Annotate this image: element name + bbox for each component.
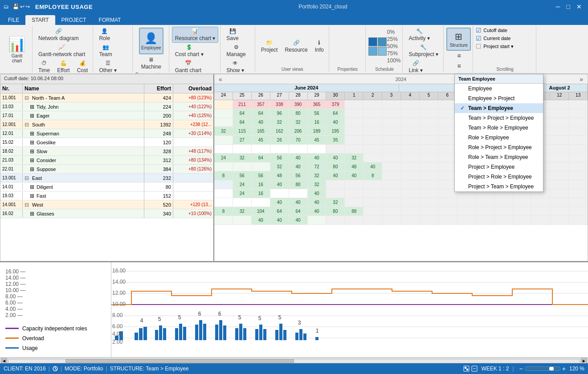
dropdown-item[interactable]: Role > Employee bbox=[455, 133, 543, 142]
employee-btn[interactable]: 👤 Employee bbox=[139, 28, 163, 54]
link-btn[interactable]: 🔗 Link ▾ bbox=[405, 59, 425, 74]
cell-name: ⊞ Eager bbox=[23, 111, 144, 120]
dropdown-item[interactable]: Employee bbox=[455, 84, 543, 94]
dropdown-item[interactable]: Project > Employee bbox=[455, 162, 543, 172]
gantt-chart-btn[interactable]: 📊 Ganttchart bbox=[4, 30, 30, 69]
activity-insert-btn[interactable]: 🔧 Activity ▾ bbox=[405, 27, 433, 43]
resource-chart-btn[interactable]: 📊 Resource chart ▾ bbox=[172, 27, 219, 43]
dropdown-item[interactable]: Role > Team > Employee bbox=[455, 152, 543, 162]
cost-btn[interactable]: 💰 Cost bbox=[74, 59, 91, 74]
toggle-icon[interactable]: ⊟ bbox=[24, 122, 29, 128]
resource-view-btn[interactable]: 🔗 Resource bbox=[282, 38, 310, 54]
show-btn[interactable]: 👁 Show ▾ bbox=[223, 59, 247, 74]
dropdown-item[interactable]: Team > Role > Employee bbox=[455, 123, 543, 133]
grid-row[interactable]: 14.001 ⊟ West 520 +120 (13... bbox=[0, 200, 213, 209]
grid-row[interactable]: 16.02 ⊞ Glasses 340 +10 (100%) bbox=[0, 209, 213, 218]
gantt-network-btn[interactable]: 📈 Gantt-network chart bbox=[35, 43, 88, 59]
nav-left-btn[interactable]: « bbox=[216, 75, 225, 83]
grid-row[interactable]: 17.01 ⊞ Eager 200 +40 (125%) bbox=[0, 111, 213, 120]
toggle-icon[interactable]: ⊟ bbox=[24, 202, 29, 208]
subproject-btn[interactable]: 🔧 Subproject ▾ bbox=[405, 43, 441, 59]
cutoff-date-checkbox[interactable]: ☑ bbox=[476, 27, 482, 34]
schedule-cell-4 bbox=[378, 47, 387, 56]
scrollbar-track[interactable] bbox=[8, 359, 580, 363]
chart-cell bbox=[420, 163, 438, 171]
dropdown-item-label: Role > Employee bbox=[468, 134, 509, 141]
grid-row[interactable]: 22.01 ⊞ Suppose 384 +80 (126%) bbox=[0, 165, 213, 174]
ribbon-group-structure: ⊞ Structure ≡ ≡ bbox=[445, 26, 473, 73]
redo-quick[interactable]: ↪ bbox=[25, 4, 30, 10]
undo-quick[interactable]: ↩ bbox=[20, 4, 24, 10]
save-quick[interactable]: 💾 bbox=[12, 4, 19, 10]
zoom-minus-btn[interactable]: − bbox=[518, 365, 525, 372]
effort-btn[interactable]: 💪 Effort bbox=[54, 59, 73, 74]
minimize-btn[interactable]: ─ bbox=[553, 2, 563, 11]
dropdown-item-label: Project > Team > Employee bbox=[468, 183, 534, 190]
tab-file[interactable]: FILE bbox=[2, 15, 25, 25]
project-view-btn[interactable]: 📁 Project bbox=[258, 38, 281, 54]
grid-row[interactable]: 13.001 ⊟ East 232 bbox=[0, 174, 213, 183]
toggle-icon[interactable]: ⊟ bbox=[24, 175, 29, 181]
dropdown-item[interactable]: Team > Project > Employee bbox=[455, 113, 543, 123]
grid-row[interactable]: 14.01 ⊞ Diligent 80 bbox=[0, 183, 213, 191]
chart-cell bbox=[382, 216, 401, 224]
grid-row[interactable]: 18.02 ⊞ Slow 328 +48 (117%) bbox=[0, 147, 213, 156]
chart-cell bbox=[401, 154, 420, 162]
zoom-plus-btn[interactable]: + bbox=[560, 365, 568, 372]
grid-row[interactable]: 19.03 ⊞ Fast 152 bbox=[0, 191, 213, 200]
dropdown-item[interactable]: Project > Role > Employee bbox=[455, 172, 543, 182]
nav-right-btn[interactable]: » bbox=[577, 75, 586, 83]
grid-row[interactable]: 13.03 ⊞ Tidy, John 224 +40 (122%) bbox=[0, 102, 213, 111]
info-view-btn[interactable]: ℹ Info bbox=[312, 38, 327, 54]
tab-project[interactable]: PROJECT bbox=[55, 15, 93, 25]
grid-row[interactable]: 12.001 ⊟ South 1392 +238 (12... bbox=[0, 120, 213, 129]
cell-overload: +238 (12... bbox=[173, 121, 213, 128]
svg-rect-58 bbox=[466, 369, 468, 370]
dropdown-item[interactable]: Role > Project > Employee bbox=[455, 142, 543, 152]
gantt-chart-view-btn[interactable]: 📅 Gantt chart bbox=[172, 59, 204, 74]
grid-row[interactable]: 11.001 ⊟ North - Team A 424 +80 (123%) bbox=[0, 94, 213, 102]
chart-cell: 80 bbox=[326, 163, 345, 171]
structure-btn[interactable]: ⊞ Structure bbox=[446, 28, 471, 51]
save-view-btn[interactable]: 💾 Save bbox=[223, 27, 241, 43]
time-btn[interactable]: ⏱ Time bbox=[35, 59, 53, 74]
cell-nr: 19.03 bbox=[0, 192, 23, 199]
col-header-overload: Overload bbox=[173, 84, 213, 93]
scrollbar-thumb[interactable] bbox=[65, 359, 294, 363]
ribbon-group-scrolling: ☑ Cutoff date ☑ Current date ☐ Project s… bbox=[474, 26, 536, 73]
tab-format[interactable]: FORMAT bbox=[93, 15, 127, 25]
tab-start[interactable]: START bbox=[25, 15, 55, 25]
team-btn[interactable]: 👥 Team bbox=[96, 43, 115, 59]
ribbon-group-gantt: 📊 Ganttchart bbox=[2, 26, 33, 73]
employee-icon: 👤 bbox=[144, 32, 158, 45]
chart-cell: 32 bbox=[308, 171, 327, 180]
chart-cell bbox=[457, 198, 476, 207]
grid-row[interactable]: 15.02 ⊞ Goeslike 120 bbox=[0, 138, 213, 147]
project-start-checkbox[interactable]: ☐ bbox=[476, 43, 482, 50]
grid-row[interactable]: 12.01 ⊞ Superman 248 +30 (114%) bbox=[0, 129, 213, 138]
chart-cell bbox=[420, 154, 438, 162]
manage-btn[interactable]: ⚙ Manage bbox=[223, 43, 249, 59]
chart-cell bbox=[476, 198, 494, 207]
machine-btn[interactable]: 🖥 Machine bbox=[138, 55, 164, 71]
zoom-thumb[interactable] bbox=[549, 367, 554, 370]
structure-opt2[interactable]: ≡ bbox=[455, 61, 463, 71]
maximize-btn[interactable]: □ bbox=[564, 2, 573, 11]
status-refresh[interactable] bbox=[53, 366, 58, 371]
dropdown-item[interactable]: ✓Team > Employee bbox=[455, 103, 543, 113]
current-date-checkbox[interactable]: ☑ bbox=[476, 35, 482, 42]
structure-opt1[interactable]: ≡ bbox=[455, 51, 463, 61]
other-btn[interactable]: ☰ Other ▾ bbox=[96, 59, 119, 74]
dropdown-item[interactable]: Project > Team > Employee bbox=[455, 182, 543, 191]
close-btn[interactable]: ✕ bbox=[574, 2, 584, 11]
cost-chart-btn[interactable]: 💲 Cost chart ▾ bbox=[172, 43, 207, 59]
chart-cell: 390 bbox=[289, 100, 308, 109]
toggle-icon[interactable]: ⊟ bbox=[24, 95, 29, 101]
dropdown-item[interactable]: Employee > Project bbox=[455, 94, 543, 103]
grid-row[interactable]: 21.03 ⊞ Consider 312 +80 (134%) bbox=[0, 156, 213, 165]
network-diagram-btn[interactable]: 🔗 Network diagram bbox=[35, 27, 82, 43]
cutoff-date-label: Cutoff date bbox=[483, 28, 507, 33]
role-btn[interactable]: 👤 Role bbox=[96, 27, 113, 43]
manage-icon: ⚙ bbox=[234, 44, 239, 50]
zoom-slider[interactable] bbox=[525, 366, 560, 371]
